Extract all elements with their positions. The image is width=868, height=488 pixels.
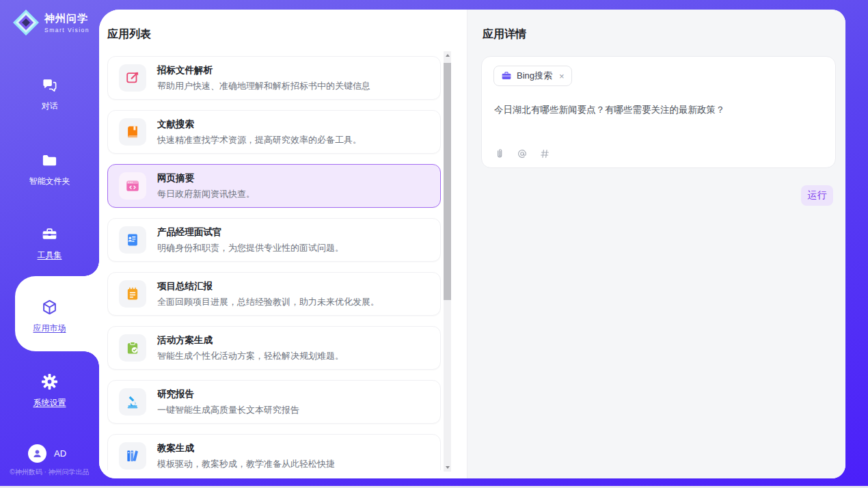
app-card-title: 产品经理面试官 — [157, 226, 344, 239]
copyright-footer: ©神州数码 · 神州问学出品 — [0, 467, 99, 477]
gear-icon — [41, 373, 58, 390]
app-card-title: 文献搜索 — [157, 118, 362, 131]
composer-card[interactable]: Bing搜索 × 今日湖北有哪些新闻要点？有哪些需要关注的最新政策？ — [481, 56, 836, 168]
app-card[interactable]: 教案生成 模板驱动，教案秒成，教学准备从此轻松快捷 — [107, 434, 441, 470]
app-list: 招标文件解析 帮助用户快速、准确地理解和解析招标书中的关键信息 文献搜索 快速精… — [107, 56, 441, 470]
brand-subtitle: Smart Vision — [44, 27, 90, 33]
app-card-desc: 全面回顾项目进展，总结经验教训，助力未来优化发展。 — [157, 296, 379, 308]
sidebar: 神州问学 Smart Vision 对话 智能文件夹 工具集 应用市场 系统设置… — [0, 0, 99, 488]
sidebar-item-label: 工具集 — [0, 249, 99, 261]
app-card[interactable]: 网页摘要 每日政府新闻资讯快查。 — [107, 164, 441, 208]
question-text[interactable]: 今日湖北有哪些新闻要点？有哪些需要关注的最新政策？ — [494, 104, 725, 116]
app-card-desc: 智能生成个性化活动方案，轻松解决规划难题。 — [157, 350, 344, 362]
sidebar-item-label: 对话 — [0, 100, 99, 112]
composer-toolbar — [494, 148, 550, 159]
hash-icon[interactable] — [539, 148, 550, 159]
app-card-desc: 帮助用户快速、准确地理解和解析招标书中的关键信息 — [157, 80, 370, 92]
app-card-desc: 模板驱动，教案秒成，教学准备从此轻松快捷 — [157, 458, 335, 470]
books-icon — [125, 448, 140, 463]
app-card-title: 教案生成 — [157, 442, 335, 455]
brand-name: 神州问学 — [44, 12, 90, 25]
tool-tag-label: Bing搜索 — [517, 70, 552, 82]
app-card[interactable]: 产品经理面试官 明确身份和职责，为您提供专业性的面试问题。 — [107, 218, 441, 262]
app-card-desc: 每日政府新闻资讯快查。 — [157, 188, 255, 200]
paperclip-icon[interactable] — [494, 148, 505, 159]
app-card-desc: 快速精准查找学术资源，提高研究效率的必备工具。 — [157, 134, 362, 146]
user-row[interactable]: AD — [28, 444, 66, 463]
scrollbar-thumb[interactable] — [444, 63, 451, 300]
clipboard-check-icon — [125, 340, 140, 355]
folder-icon — [41, 152, 58, 169]
microscope-icon — [125, 394, 140, 409]
scrollbar[interactable] — [444, 51, 451, 472]
notepad-icon — [125, 286, 140, 301]
close-icon[interactable]: × — [559, 72, 565, 81]
tool-tag-bing-search[interactable]: Bing搜索 × — [493, 66, 572, 86]
diamond-logo-icon — [12, 9, 40, 36]
app-card-title: 活动方案生成 — [157, 334, 344, 347]
app-detail-panel: 应用详情 Bing搜索 × 今日湖北有哪些新闻要点？有哪些需要关注的最新政策？ … — [467, 10, 845, 478]
run-button[interactable]: 运行 — [801, 185, 833, 206]
app-card-desc: 明确身份和职责，为您提供专业性的面试问题。 — [157, 242, 344, 254]
app-window: { "brand": { "name": "神州问学", "subtitle":… — [0, 0, 868, 488]
app-card-title: 招标文件解析 — [157, 64, 370, 77]
briefcase-icon — [501, 70, 512, 81]
user-avatar-icon — [28, 444, 46, 463]
cube-icon — [41, 299, 58, 316]
app-card[interactable]: 招标文件解析 帮助用户快速、准确地理解和解析招标书中的关键信息 — [107, 56, 441, 100]
sidebar-item-chat[interactable]: 对话 — [0, 77, 99, 112]
app-card-title: 研究报告 — [157, 388, 299, 401]
sidebar-item-toolset[interactable]: 工具集 — [0, 226, 99, 261]
chat-icon — [41, 77, 58, 94]
sidebar-item-label: 智能文件夹 — [0, 176, 99, 187]
content-shell: 应用列表 招标文件解析 帮助用户快速、准确地理解和解析招标书中的关键信息 文献搜… — [99, 10, 845, 478]
app-list-panel: 应用列表 招标文件解析 帮助用户快速、准确地理解和解析招标书中的关键信息 文献搜… — [99, 10, 467, 478]
app-card[interactable]: 研究报告 一键智能生成高质量长文本研究报告 — [107, 380, 441, 424]
app-card-title: 网页摘要 — [157, 172, 255, 185]
edit-square-icon — [125, 70, 140, 85]
app-card-desc: 一键智能生成高质量长文本研究报告 — [157, 404, 299, 416]
sidebar-item-settings[interactable]: 系统设置 — [0, 373, 99, 409]
doc-person-icon — [125, 232, 140, 247]
book-icon — [125, 124, 140, 139]
browser-code-icon — [125, 178, 140, 193]
scroll-up-icon[interactable] — [444, 51, 451, 59]
sidebar-item-label: 应用市场 — [0, 323, 99, 334]
app-list-title: 应用列表 — [107, 27, 151, 42]
sidebar-item-label: 系统设置 — [0, 397, 99, 409]
app-detail-title: 应用详情 — [483, 27, 526, 42]
scroll-down-icon[interactable] — [444, 463, 451, 472]
app-card[interactable]: 文献搜索 快速精准查找学术资源，提高研究效率的必备工具。 — [107, 110, 441, 154]
user-initials: AD — [54, 448, 66, 459]
sidebar-item-smart-folder[interactable]: 智能文件夹 — [0, 152, 99, 187]
app-card[interactable]: 项目总结汇报 全面回顾项目进展，总结经验教训，助力未来优化发展。 — [107, 272, 441, 316]
toolbox-icon — [41, 226, 58, 243]
app-card-title: 项目总结汇报 — [157, 280, 379, 293]
app-card[interactable]: 活动方案生成 智能生成个性化活动方案，轻松解决规划难题。 — [107, 326, 441, 370]
sidebar-item-app-market[interactable]: 应用市场 — [0, 299, 99, 334]
brand: 神州问学 Smart Vision — [12, 9, 90, 36]
at-sign-icon[interactable] — [517, 148, 528, 159]
